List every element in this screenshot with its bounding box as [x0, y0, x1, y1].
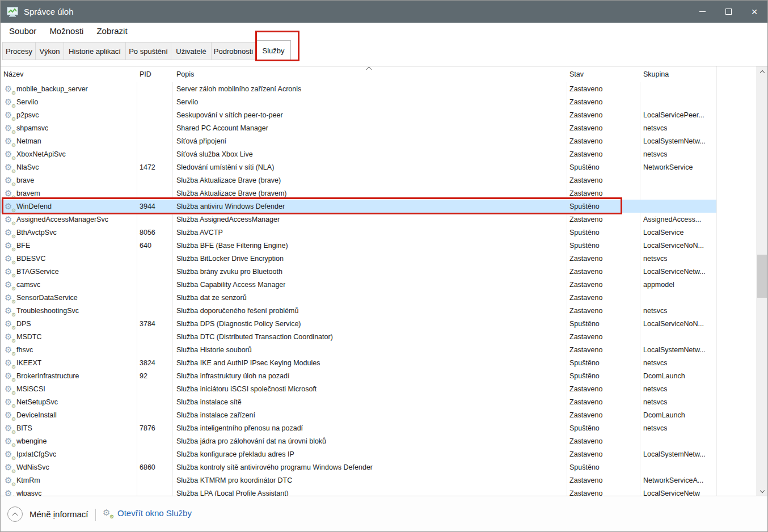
table-row[interactable]: ⚙⚙KtmRmSlužba KTMRM pro koordinátor DTCZ…: [1, 474, 716, 487]
table-row[interactable]: ⚙⚙IKEEXT3824Služba IKE and AuthIP IPsec …: [1, 356, 716, 369]
service-name: wbengine: [16, 437, 47, 445]
table-row[interactable]: ⚙⚙IpxlatCfgSvcSlužba konfigurace překlad…: [1, 447, 716, 461]
table-row[interactable]: ⚙⚙BDESVCSlužba BitLocker Drive Encryptio…: [1, 252, 716, 265]
table-row[interactable]: ⚙⚙TroubleshootingSvcSlužba doporučeného …: [1, 304, 716, 317]
table-row[interactable]: ⚙⚙NetmanSíťová připojeníZastavenoLocalSy…: [1, 134, 716, 147]
service-gear-icon: ⚙⚙: [5, 410, 15, 420]
column-divider[interactable]: [716, 66, 717, 496]
service-status: Zastaveno: [569, 476, 602, 484]
minimize-button[interactable]: [689, 1, 715, 23]
table-row[interactable]: ⚙⚙shpamsvcShared PC Account ManagerZasta…: [1, 121, 716, 134]
service-desc: Shared PC Account Manager: [176, 124, 268, 132]
column-header-nazev[interactable]: Název: [3, 70, 23, 78]
close-button[interactable]: ×: [741, 1, 767, 23]
menu-item-moznosti[interactable]: Možnosti: [45, 26, 87, 36]
table-row[interactable]: ⚙⚙camsvcSlužba Capability Access Manager…: [1, 278, 716, 291]
service-desc: Sledování umístění v síti (NLA): [176, 163, 274, 171]
service-gear-icon: ⚙⚙: [5, 449, 15, 459]
less-info-button[interactable]: Méně informací: [7, 506, 88, 522]
table-row[interactable]: ⚙⚙XboxNetApiSvcSíťová služba Xbox LiveZa…: [1, 147, 716, 161]
column-header-popis[interactable]: Popis: [176, 70, 194, 78]
open-services-label: Otevřít okno Služby: [117, 508, 192, 518]
service-status: Zastaveno: [569, 268, 602, 276]
tab-vykon[interactable]: Výkon: [35, 42, 64, 60]
table-row[interactable]: ⚙⚙MSiSCSISlužba iniciátoru iSCSI společn…: [1, 382, 716, 395]
table-row[interactable]: ⚙⚙WdNisSvc6860Služba kontroly sítě antiv…: [1, 461, 716, 474]
scroll-up-button[interactable]: [756, 67, 768, 77]
maximize-button[interactable]: [715, 1, 741, 23]
service-name: fhsvc: [16, 346, 33, 354]
table-row[interactable]: ⚙⚙BTAGServiceSlužba brány zvuku pro Blue…: [1, 265, 716, 278]
service-group: LocalServiceNetw: [643, 489, 700, 496]
table-row[interactable]: ⚙⚙wbengineSlužba jádra pro zálohování da…: [1, 434, 716, 447]
scroll-down-button[interactable]: [756, 485, 768, 495]
table-row[interactable]: ⚙⚙SensorDataServiceSlužba dat ze senzorů…: [1, 291, 716, 304]
service-desc: Síťová služba Xbox Live: [176, 150, 253, 158]
service-desc: Služba Historie souborů: [176, 346, 252, 354]
scrollbar-thumb[interactable]: [757, 255, 767, 298]
service-gear-icon: ⚙⚙: [5, 84, 15, 94]
table-row[interactable]: ⚙⚙NetSetupSvcSlužba instalace sítěZastav…: [1, 395, 716, 408]
tab-historie-aplikaci[interactable]: Historie aplikací: [64, 42, 126, 60]
table-row[interactable]: ⚙⚙BFE640Služba BFE (Base Filtering Engin…: [1, 239, 716, 252]
service-desc: Služba AVCTP: [176, 229, 223, 237]
table-row[interactable]: ⚙⚙AssignedAccessManagerSvcSlužba Assigne…: [1, 213, 716, 226]
menu-item-soubor[interactable]: Soubor: [5, 26, 40, 36]
service-group: LocalServiceNoN...: [643, 242, 704, 250]
table-row[interactable]: ⚙⚙BthAvctpSvc8056Služba AVCTPSpuštěnoLoc…: [1, 226, 716, 239]
tab-procesy[interactable]: Procesy: [2, 42, 36, 60]
service-status: Zastaveno: [569, 489, 602, 496]
service-group: LocalServicePeer...: [643, 111, 704, 119]
service-status: Spuštěno: [569, 359, 600, 367]
window-title: Správce úloh: [24, 7, 74, 16]
table-row[interactable]: ⚙⚙wlpasvcSlužba LPA (Local Profile Assis…: [1, 487, 716, 496]
service-name: KtmRm: [16, 476, 40, 484]
service-status: Zastaveno: [569, 85, 602, 93]
column-header-stav[interactable]: Stav: [569, 70, 584, 78]
service-name: XboxNetApiSvc: [16, 150, 66, 158]
service-gear-icon: ⚙⚙: [5, 240, 15, 251]
table-row[interactable]: ⚙⚙DeviceInstallSlužba instalace zařízení…: [1, 408, 716, 421]
service-name: p2psvc: [16, 111, 39, 119]
menu-item-zobrazit[interactable]: Zobrazit: [92, 26, 131, 36]
service-desc: Seskupování v sítích peer-to-peer: [176, 111, 283, 119]
service-status: Zastaveno: [569, 124, 602, 132]
service-pid: 1472: [140, 163, 155, 171]
service-gear-icon: ⚙⚙: [5, 371, 15, 381]
service-desc: Služba Capability Access Manager: [176, 281, 285, 289]
column-header-skupina[interactable]: Skupina: [643, 70, 669, 78]
table-row[interactable]: ⚙⚙mobile_backup_serverServer záloh mobil…: [1, 82, 716, 95]
service-status: Zastaveno: [569, 346, 602, 354]
title-bar[interactable]: Správce úloh ×: [1, 1, 767, 23]
service-name: brave: [16, 176, 34, 184]
open-services-link[interactable]: ⚙⚙ Otevřít okno Služby: [103, 508, 192, 518]
table-row[interactable]: ⚙⚙DPS3784Služba DPS (Diagnostic Policy S…: [1, 317, 716, 330]
service-name: WdNisSvc: [16, 463, 49, 471]
tab-podrobnosti[interactable]: Podrobnosti: [211, 42, 256, 60]
table-row[interactable]: ⚙⚙BITS7876Služba inteligentního přenosu …: [1, 421, 716, 434]
table-row[interactable]: ⚙⚙p2psvcSeskupování v sítích peer-to-pee…: [1, 108, 716, 121]
service-group: DcomLaunch: [643, 372, 685, 380]
service-pid: 6860: [140, 463, 155, 471]
tab-po-spusteni[interactable]: Po spuštění: [125, 42, 171, 60]
service-desc: Služba doporučeného řešení problémů: [176, 307, 298, 315]
service-desc: Služba dat ze senzorů: [176, 294, 247, 302]
table-row[interactable]: ⚙⚙fhsvcSlužba Historie souborůZastavenoL…: [1, 343, 716, 356]
vertical-scrollbar[interactable]: [756, 66, 768, 496]
service-group: NetworkServiceA...: [643, 476, 703, 484]
service-name: mobile_backup_server: [16, 85, 88, 93]
services-list: Název PID Popis Stav Skupina ⚙⚙mobile_ba…: [1, 66, 768, 496]
table-row[interactable]: ⚙⚙MSDTCSlužba DTC (Distributed Transacti…: [1, 330, 716, 343]
service-gear-icon: ⚙⚙: [5, 97, 15, 107]
service-name: MSiSCSI: [16, 385, 45, 393]
table-row[interactable]: ⚙⚙ServiioServiioZastaveno: [1, 95, 716, 108]
service-gear-icon: ⚙⚙: [5, 280, 15, 290]
table-row[interactable]: ⚙⚙BrokerInfrastructure92Služba infrastru…: [1, 369, 716, 382]
table-row[interactable]: ⚙⚙braveSlužba Aktualizace Brave (brave)Z…: [1, 174, 716, 187]
service-desc: Služba infrastruktury úloh na pozadí: [176, 372, 289, 380]
service-name: TroubleshootingSvc: [16, 307, 79, 315]
tab-uzivatele[interactable]: Uživatelé: [171, 42, 212, 60]
service-pid: 3824: [140, 359, 155, 367]
table-row[interactable]: ⚙⚙NlaSvc1472Sledování umístění v síti (N…: [1, 161, 716, 174]
column-header-pid[interactable]: PID: [140, 70, 151, 78]
